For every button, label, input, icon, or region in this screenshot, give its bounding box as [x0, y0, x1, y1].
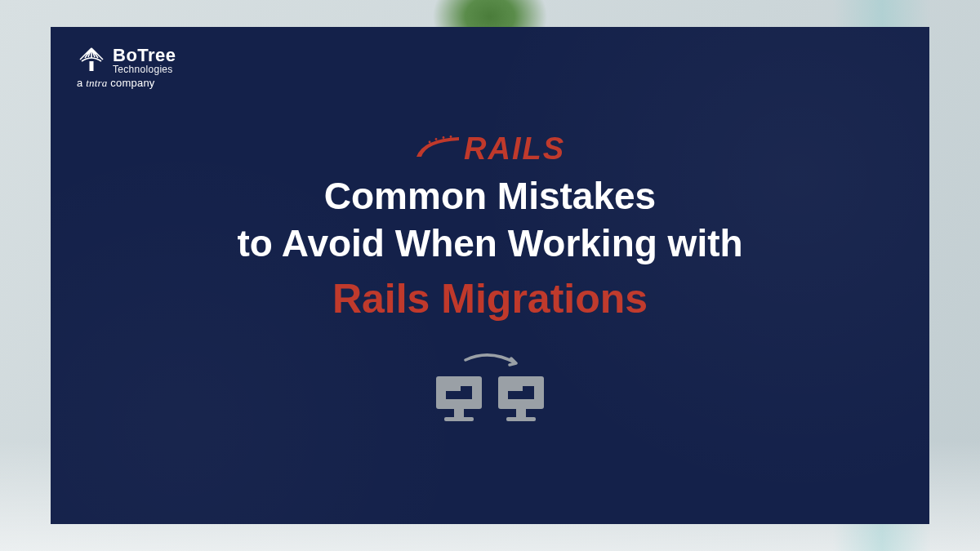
hero-highlight: Rails Migrations: [332, 275, 648, 322]
tagline-prefix: a: [77, 77, 86, 89]
logo-tagline: a tntra company: [77, 77, 155, 90]
rails-logo: RAILS: [415, 131, 565, 167]
rails-wordmark: RAILS: [464, 131, 565, 167]
svg-rect-6: [454, 409, 464, 417]
hero-line1: Common Mistakes: [237, 173, 742, 220]
tagline-script: tntra: [86, 77, 107, 89]
svg-point-3: [443, 136, 445, 139]
svg-point-4: [450, 136, 452, 138]
logo-row: BoTree Technologies: [77, 47, 176, 74]
company-logo: BoTree Technologies a tntra company: [77, 47, 176, 90]
svg-point-2: [435, 138, 438, 140]
svg-rect-9: [516, 409, 526, 417]
svg-rect-10: [506, 417, 536, 421]
logo-text: BoTree Technologies: [113, 47, 176, 74]
svg-rect-0: [90, 61, 94, 71]
hero-title: Common Mistakes to Avoid When Working wi…: [237, 173, 742, 267]
tagline-suffix: company: [108, 77, 155, 89]
content-panel: BoTree Technologies a tntra company RAIL…: [51, 27, 929, 524]
hero-line2: to Avoid When Working with: [237, 220, 742, 268]
svg-point-1: [429, 141, 431, 144]
svg-rect-7: [444, 417, 474, 421]
logo-brand-line1: BoTree: [113, 47, 176, 64]
rails-swoosh-icon: [415, 134, 461, 162]
migration-icon: [425, 352, 555, 437]
logo-brand-line2: Technologies: [113, 64, 176, 74]
botree-mark-icon: [77, 47, 106, 74]
